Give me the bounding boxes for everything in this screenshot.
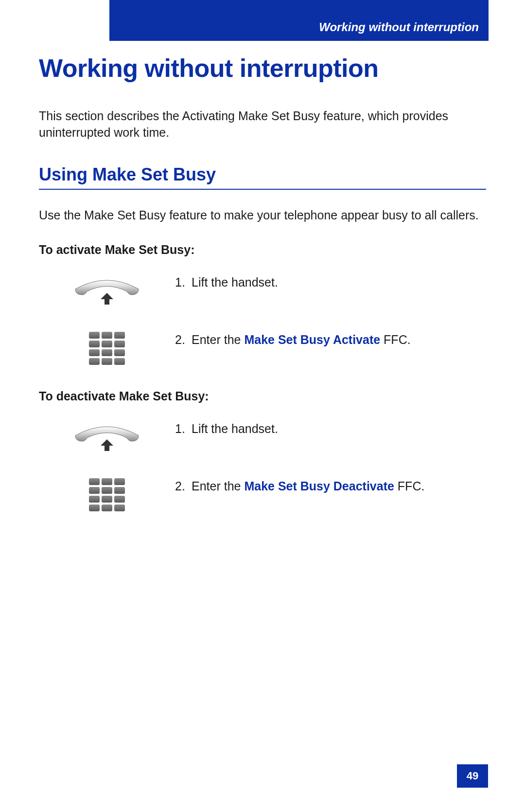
- step-body: Lift the handset.: [192, 421, 486, 437]
- step-number: 1.: [175, 274, 192, 291]
- step-pre: Enter the: [192, 333, 244, 346]
- header-bar: Working without interruption: [109, 0, 489, 41]
- step-row: 2. Enter the Make Set Busy Activate FFC.: [39, 332, 486, 365]
- running-title: Working without interruption: [319, 20, 479, 34]
- step-text: 1. Lift the handset.: [175, 274, 486, 291]
- icon-col: [39, 332, 175, 365]
- step-number: 2.: [175, 478, 192, 495]
- icon-col: [39, 274, 175, 308]
- step-body: Enter the Make Set Busy Activate FFC.: [192, 332, 486, 348]
- step-post: Lift the handset.: [192, 422, 278, 435]
- handset-icon: [70, 421, 143, 455]
- step-em: Make Set Busy Deactivate: [244, 479, 394, 493]
- page-title: Working without interruption: [39, 54, 486, 83]
- step-number: 2.: [175, 332, 192, 348]
- page-content: Working without interruption This sectio…: [39, 54, 486, 536]
- page-number: 49: [457, 764, 488, 788]
- keypad-icon: [89, 478, 125, 511]
- step-text: 2. Enter the Make Set Busy Activate FFC.: [175, 332, 486, 348]
- keypad-icon: [89, 332, 125, 365]
- page-number-value: 49: [467, 770, 478, 782]
- deactivate-block: To deactivate Make Set Busy:: [39, 389, 486, 511]
- handset-icon: [70, 274, 143, 308]
- step-row: 1. Lift the handset.: [39, 421, 486, 455]
- step-post: FFC.: [394, 479, 425, 493]
- step-body: Enter the Make Set Busy Deactivate FFC.: [192, 478, 486, 495]
- step-pre: Enter the: [192, 479, 244, 493]
- intro-paragraph: This section describes the Activating Ma…: [39, 108, 486, 141]
- section-heading: Using Make Set Busy: [39, 164, 486, 190]
- section-paragraph: Use the Make Set Busy feature to make yo…: [39, 207, 486, 224]
- step-row: 1. Lift the handset.: [39, 274, 486, 308]
- activate-heading: To activate Make Set Busy:: [39, 243, 486, 257]
- step-text: 2. Enter the Make Set Busy Deactivate FF…: [175, 478, 486, 495]
- icon-col: [39, 421, 175, 455]
- step-body: Lift the handset.: [192, 274, 486, 291]
- activate-block: To activate Make Set Busy:: [39, 243, 486, 365]
- step-number: 1.: [175, 421, 192, 437]
- step-text: 1. Lift the handset.: [175, 421, 486, 437]
- step-row: 2. Enter the Make Set Busy Deactivate FF…: [39, 478, 486, 511]
- step-post: FFC.: [380, 333, 411, 346]
- step-post: Lift the handset.: [192, 275, 278, 289]
- icon-col: [39, 478, 175, 511]
- deactivate-heading: To deactivate Make Set Busy:: [39, 389, 486, 403]
- step-em: Make Set Busy Activate: [244, 333, 380, 346]
